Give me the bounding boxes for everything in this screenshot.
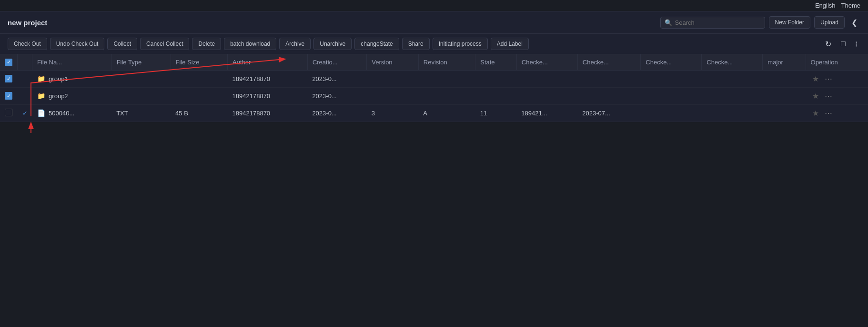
archive-button[interactable]: Archive: [279, 38, 311, 50]
row3-state: 11: [475, 104, 517, 122]
header-right: 🔍 New Folder Upload ❮: [660, 16, 860, 29]
row3-revision: A: [418, 104, 475, 122]
row2-more-button[interactable]: ⋯: [823, 92, 834, 101]
checkout-button[interactable]: Check Out: [8, 38, 47, 50]
header-state[interactable]: State: [475, 54, 517, 70]
row2-version: [367, 87, 419, 104]
row3-filename[interactable]: 📄 500040...: [32, 104, 112, 122]
header-checkedby[interactable]: Checke...: [516, 54, 577, 70]
row2-checkedby: [516, 87, 577, 104]
row1-checked4: [702, 70, 763, 87]
row1-checkbox[interactable]: ✓: [5, 75, 12, 82]
row1-created: 2023-0...: [307, 70, 366, 87]
row1-major: [763, 70, 806, 87]
table-row: ✓ 📁 group2 18942178870 2023-0...: [0, 87, 868, 104]
header-filetype[interactable]: File Type: [111, 54, 171, 70]
language-label[interactable]: English: [815, 2, 836, 9]
header-creation[interactable]: Creatio...: [307, 54, 366, 70]
share-button[interactable]: Share: [402, 38, 430, 50]
unarchive-button[interactable]: Unarchive: [313, 38, 352, 50]
header-operation[interactable]: Operation: [806, 54, 868, 70]
collapse-sidebar-button[interactable]: ❮: [848, 17, 860, 28]
search-input[interactable]: [675, 19, 761, 26]
row1-filename[interactable]: 📁 group1: [32, 70, 112, 87]
search-box[interactable]: 🔍: [660, 17, 765, 29]
change-state-button[interactable]: changeState: [354, 38, 399, 50]
row1-more-button[interactable]: ⋯: [823, 74, 834, 83]
search-icon: 🔍: [665, 19, 672, 26]
row3-author: 18942178870: [228, 104, 308, 122]
row2-filetype: [111, 87, 171, 104]
row2-major: [763, 87, 806, 104]
upload-button[interactable]: Upload: [814, 16, 845, 29]
table-header-row: ✓ File Na... File Type File Size Author …: [0, 54, 868, 70]
header-filename[interactable]: File Na...: [32, 54, 112, 70]
initiating-process-button[interactable]: Initiating process: [433, 38, 488, 50]
row1-checkmark: [18, 70, 32, 87]
header-author[interactable]: Author: [228, 54, 308, 70]
refresh-button[interactable]: ↻: [822, 39, 834, 50]
row1-checkeddate: [577, 70, 640, 87]
delete-button[interactable]: Delete: [192, 38, 221, 50]
row3-checkbox[interactable]: [5, 109, 12, 116]
row2-operation: ★ ⋯: [806, 87, 868, 104]
collect-button[interactable]: Collect: [107, 38, 137, 50]
row2-checked3: [641, 87, 702, 104]
row1-checkedby: [516, 70, 577, 87]
header-checked3[interactable]: Checke...: [641, 54, 702, 70]
toolbar-right: ↻ □ ⁝: [822, 39, 860, 50]
theme-label[interactable]: Theme: [841, 2, 860, 9]
new-folder-button[interactable]: New Folder: [769, 16, 810, 29]
undo-checkout-button[interactable]: Undo Check Out: [50, 38, 105, 50]
row2-checked4: [702, 87, 763, 104]
header-major[interactable]: major: [763, 54, 806, 70]
add-label-button[interactable]: Add Label: [491, 38, 529, 50]
header-checked4[interactable]: Checke...: [702, 54, 763, 70]
row3-version: 3: [367, 104, 419, 122]
row2-author: 18942178870: [228, 87, 308, 104]
row1-operation: ★ ⋯: [806, 70, 868, 87]
row1-checkbox-cell[interactable]: ✓: [0, 70, 18, 87]
header-version[interactable]: Version: [367, 54, 419, 70]
row1-star-button[interactable]: ★: [810, 74, 821, 83]
content-area: ✓ File Na... File Type File Size Author …: [0, 54, 868, 122]
row3-checkedby: 189421...: [516, 104, 577, 122]
row1-checked3: [641, 70, 702, 87]
expand-button[interactable]: □: [838, 39, 848, 49]
header-checkbox[interactable]: ✓: [5, 59, 12, 66]
header-revision[interactable]: Revision: [418, 54, 475, 70]
toolbar: Check Out Undo Check Out Collect Cancel …: [0, 34, 868, 54]
top-bar: English Theme: [0, 0, 868, 11]
row1-revision: [418, 70, 475, 87]
row2-filesize: [171, 87, 227, 104]
table-row: ✓ 📁 group1 18942178870 2023-0...: [0, 70, 868, 87]
row2-checkbox[interactable]: ✓: [5, 92, 12, 100]
row3-checked3: [641, 104, 702, 122]
row3-filetype: TXT: [111, 104, 171, 122]
cancel-collect-button[interactable]: Cancel Collect: [140, 38, 189, 50]
header-checkmark-col: [18, 54, 32, 70]
row3-filesize: 45 B: [171, 104, 227, 122]
project-title: new project: [8, 19, 47, 27]
header-checkbox-cell[interactable]: ✓: [0, 54, 18, 70]
file-icon: 📄: [37, 109, 45, 117]
row2-checkmark: [18, 87, 32, 104]
row2-filename[interactable]: 📁 group2: [32, 87, 112, 104]
row2-created: 2023-0...: [307, 87, 366, 104]
row3-checkbox-cell[interactable]: [0, 104, 18, 122]
table-row: ✓ 📄 500040... TXT 45 B 18942178870 2023-…: [0, 104, 868, 122]
row3-star-button[interactable]: ★: [810, 109, 821, 118]
row3-checked4: [702, 104, 763, 122]
row1-filetype: [111, 70, 171, 87]
batch-download-button[interactable]: batch download: [224, 38, 276, 50]
header-filesize[interactable]: File Size: [171, 54, 227, 70]
row3-checkeddate: 2023-07...: [577, 104, 640, 122]
header-checkeddate[interactable]: Checke...: [577, 54, 640, 70]
row2-star-button[interactable]: ★: [810, 92, 821, 101]
row3-more-button[interactable]: ⋯: [823, 109, 834, 118]
file-table: ✓ File Na... File Type File Size Author …: [0, 54, 868, 122]
grid-view-button[interactable]: ⁝: [852, 39, 860, 50]
row2-checkbox-cell[interactable]: ✓: [0, 87, 18, 104]
row1-version: [367, 70, 419, 87]
row1-state: [475, 70, 517, 87]
